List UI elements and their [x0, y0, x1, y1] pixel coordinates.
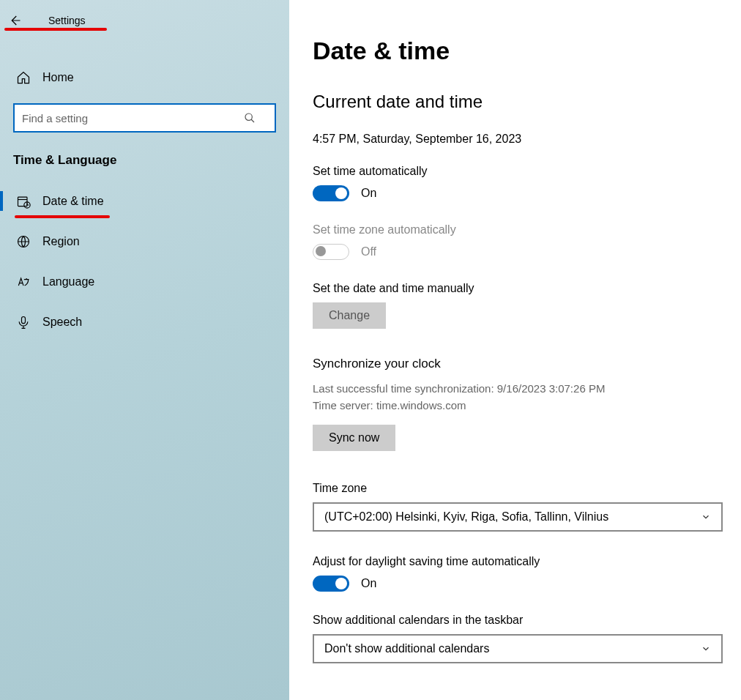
- auto-time-label: Set time automatically: [313, 165, 723, 178]
- dst-state: On: [361, 577, 376, 590]
- dst-label: Adjust for daylight saving time automati…: [313, 555, 723, 568]
- auto-time-group: Set time automatically On: [313, 165, 723, 201]
- timezone-label: Time zone: [313, 482, 723, 495]
- annotation-underline: [15, 215, 110, 218]
- auto-tz-toggle: [313, 244, 349, 260]
- search-input[interactable]: [13, 103, 276, 133]
- dst-toggle[interactable]: [313, 576, 349, 592]
- back-button[interactable]: [0, 6, 29, 35]
- calendars-dropdown[interactable]: Don't show additional calendars: [313, 634, 723, 663]
- svg-rect-1: [18, 197, 28, 206]
- topbar-title: Settings: [48, 15, 86, 26]
- annotation-underline: [4, 28, 107, 31]
- nav-speech[interactable]: Speech: [0, 302, 289, 342]
- search-wrap: [13, 103, 276, 133]
- main-panel: Date & time Current date and time 4:57 P…: [289, 0, 741, 700]
- nav-language[interactable]: Language: [0, 261, 289, 302]
- nav-date-time[interactable]: Date & time: [0, 181, 289, 221]
- sync-server: Time server: time.windows.com: [313, 397, 723, 414]
- home-icon: [15, 70, 32, 85]
- calendars-group: Show additional calendars in the taskbar…: [313, 614, 723, 663]
- dst-group: Adjust for daylight saving time automati…: [313, 555, 723, 592]
- sidebar: Settings Home Time & Language Date & tim…: [0, 0, 289, 700]
- auto-tz-label: Set time zone automatically: [313, 223, 723, 237]
- auto-time-state: On: [361, 187, 376, 200]
- globe-icon: [15, 234, 32, 249]
- change-button[interactable]: Change: [313, 302, 386, 329]
- nav-region-label: Region: [42, 235, 80, 248]
- chevron-down-icon: [701, 644, 711, 654]
- nav-date-time-label: Date & time: [42, 195, 104, 208]
- auto-time-toggle[interactable]: [313, 185, 349, 201]
- sync-last: Last successful time synchronization: 9/…: [313, 380, 723, 397]
- manual-label: Set the date and time manually: [313, 282, 723, 295]
- nav-speech-label: Speech: [42, 316, 82, 329]
- manual-group: Set the date and time manually Change: [313, 282, 723, 329]
- svg-point-0: [245, 113, 252, 120]
- language-icon: [15, 275, 32, 289]
- calendar-clock-icon: [15, 194, 32, 209]
- page-title: Date & time: [313, 37, 723, 65]
- sync-heading: Synchronize your clock: [313, 357, 723, 371]
- calendars-value: Don't show additional calendars: [324, 642, 489, 655]
- sidebar-section-header: Time & Language: [0, 153, 289, 181]
- microphone-icon: [15, 315, 32, 329]
- timezone-value: (UTC+02:00) Helsinki, Kyiv, Riga, Sofia,…: [324, 510, 608, 524]
- current-time-value: 4:57 PM, Saturday, September 16, 2023: [313, 133, 723, 146]
- chevron-down-icon: [701, 512, 711, 522]
- search-icon: [244, 112, 256, 124]
- topbar: Settings: [0, 6, 289, 35]
- sync-group: Synchronize your clock Last successful t…: [313, 357, 723, 451]
- auto-tz-group: Set time zone automatically Off: [313, 223, 723, 260]
- current-time-heading: Current date and time: [313, 92, 723, 112]
- nav-region[interactable]: Region: [0, 221, 289, 261]
- sync-now-button[interactable]: Sync now: [313, 425, 395, 451]
- auto-tz-state: Off: [361, 245, 376, 258]
- timezone-dropdown[interactable]: (UTC+02:00) Helsinki, Kyiv, Riga, Sofia,…: [313, 502, 723, 532]
- timezone-group: Time zone (UTC+02:00) Helsinki, Kyiv, Ri…: [313, 482, 723, 532]
- nav-language-label: Language: [42, 275, 94, 288]
- svg-rect-4: [22, 316, 26, 323]
- arrow-left-icon: [8, 14, 21, 27]
- nav-home-label: Home: [42, 71, 74, 84]
- calendars-label: Show additional calendars in the taskbar: [313, 614, 723, 627]
- nav-home[interactable]: Home: [0, 57, 289, 97]
